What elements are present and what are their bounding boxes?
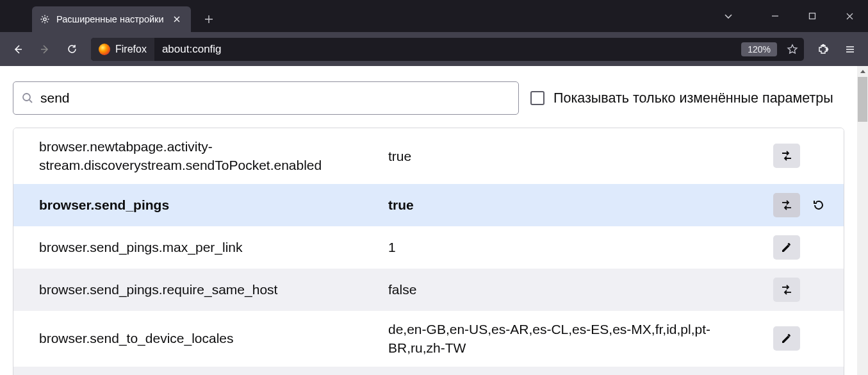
pref-search-box[interactable]: [13, 81, 519, 115]
pref-value: false: [388, 280, 773, 299]
back-button[interactable]: [6, 38, 29, 61]
pref-value: true: [388, 196, 773, 214]
extensions-button[interactable]: [812, 38, 835, 61]
forward-button[interactable]: [33, 38, 56, 61]
svg-rect-1: [810, 13, 815, 19]
pref-name: browser.newtabpage.activity-stream.disco…: [39, 137, 388, 175]
window-maximize-button[interactable]: [794, 3, 831, 29]
pref-value: 1: [388, 238, 773, 256]
reload-button[interactable]: [60, 38, 83, 61]
pref-value: true: [388, 147, 773, 165]
svg-point-4: [23, 94, 30, 101]
search-icon: [21, 92, 34, 104]
modified-only-checkbox-row[interactable]: Показывать только изменённые параметры: [530, 90, 833, 106]
window-close-button[interactable]: [831, 3, 868, 29]
modified-only-checkbox[interactable]: [530, 91, 545, 105]
firefox-logo-icon: [99, 44, 110, 55]
reset-button[interactable]: [805, 193, 832, 217]
pref-row[interactable]: browser.tabs.crashReporting.sendReporttr…: [13, 367, 844, 375]
pref-actions: [773, 235, 832, 260]
vertical-scrollbar[interactable]: [857, 66, 868, 375]
toggle-button[interactable]: [773, 193, 800, 217]
pref-actions: [773, 193, 832, 217]
tab-title: Расширенные настройки: [56, 14, 164, 24]
pref-row[interactable]: browser.send_pingstrue: [13, 184, 844, 226]
svg-point-0: [44, 18, 46, 21]
pref-row[interactable]: browser.newtabpage.activity-stream.disco…: [13, 128, 844, 184]
url-text: about:config: [154, 43, 229, 56]
pref-name: browser.send_pings: [39, 196, 388, 214]
close-tab-button[interactable]: [170, 13, 183, 26]
scrollbar-thumb[interactable]: [858, 77, 867, 122]
pref-search-input[interactable]: [40, 90, 511, 106]
pref-row[interactable]: browser.send_to_device_localesde,en-GB,e…: [13, 311, 844, 367]
pref-row[interactable]: browser.send_pings.require_same_hostfals…: [13, 269, 844, 311]
pref-name: browser.send_to_device_locales: [39, 329, 388, 347]
url-bar[interactable]: Firefox about:config 120%: [91, 38, 804, 61]
edit-button[interactable]: [773, 235, 800, 260]
gear-icon: [40, 14, 50, 24]
toggle-button[interactable]: [773, 278, 800, 302]
pref-actions: [773, 144, 832, 168]
tabs-dropdown-button[interactable]: [713, 3, 744, 29]
app-menu-button[interactable]: [839, 38, 862, 61]
new-tab-button[interactable]: [197, 8, 220, 31]
pref-actions: [773, 326, 832, 351]
navigation-toolbar: Firefox about:config 120%: [0, 32, 868, 66]
about-config-content: Показывать только изменённые параметры b…: [0, 66, 857, 375]
pref-name: browser.send_pings.max_per_link: [39, 238, 388, 256]
bookmark-star-button[interactable]: [781, 38, 804, 61]
pref-name: browser.send_pings.require_same_host: [39, 280, 388, 299]
zoom-level-badge[interactable]: 120%: [741, 42, 777, 56]
window-minimize-button[interactable]: [757, 3, 794, 29]
modified-only-label: Показывать только изменённые параметры: [553, 90, 833, 106]
window-controls: [713, 0, 868, 32]
pref-actions: [773, 278, 832, 302]
browser-tab-active[interactable]: Расширенные настройки: [32, 6, 191, 32]
edit-button[interactable]: [773, 326, 800, 351]
pref-value: de,en-GB,en-US,es-AR,es-CL,es-ES,es-MX,f…: [388, 320, 773, 358]
identity-box[interactable]: Firefox: [91, 38, 154, 61]
pref-row[interactable]: browser.send_pings.max_per_link1: [13, 226, 844, 269]
prefs-table: browser.newtabpage.activity-stream.disco…: [13, 128, 844, 375]
titlebar: Расширенные настройки: [0, 0, 868, 32]
search-row: Показывать только изменённые параметры: [0, 66, 857, 128]
scrollbar-up-arrow[interactable]: [857, 66, 868, 77]
identity-label: Firefox: [115, 44, 147, 55]
toggle-button[interactable]: [773, 144, 800, 168]
